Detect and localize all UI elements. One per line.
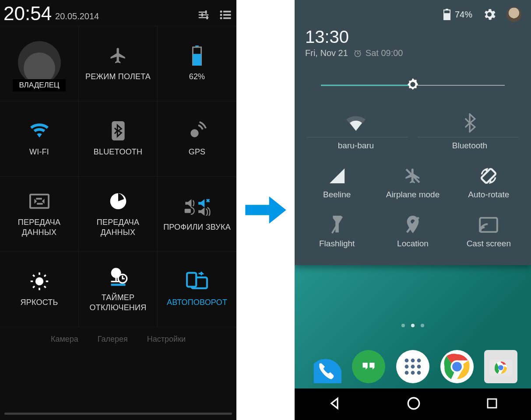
svg-rect-22 — [111, 284, 125, 286]
dock-hangouts-icon[interactable] — [352, 350, 385, 383]
qs-row-3: Flashlight Location Cast screen — [303, 208, 522, 253]
tile-autorotate[interactable]: Auto-rotate — [455, 159, 522, 204]
dock-phone-icon[interactable] — [308, 350, 341, 383]
dock — [295, 350, 531, 383]
tile-owner[interactable]: ВЛАДЕЛЕЦ — [0, 26, 79, 102]
svg-rect-2 — [206, 16, 208, 20]
user-avatar[interactable] — [506, 7, 521, 22]
notifications-list-icon[interactable] — [218, 8, 233, 23]
svg-point-39 — [417, 359, 421, 363]
panel-time: 13:30 — [305, 28, 520, 46]
tile-airplane[interactable]: РЕЖИМ ПОЛЕТА — [79, 26, 158, 102]
tile-data-transfer-label: ПЕРЕДАЧА ДАННЫХ — [18, 217, 60, 237]
quicksettings-grid: ВЛАДЕЛЕЦ РЕЖИМ ПОЛЕТА 62% WI-FI BLUETO — [0, 26, 236, 327]
nav-back-icon[interactable] — [327, 396, 342, 413]
brightness-thumb-icon[interactable] — [405, 77, 420, 94]
tile-cellular-label: Beeline — [323, 190, 351, 200]
navigation-bar — [295, 388, 531, 420]
tile-battery-label: 62% — [189, 72, 205, 82]
tile-wifi-label: baru-baru — [338, 141, 374, 150]
owner-label: ВЛАДЕЛЕЦ — [13, 79, 65, 91]
svg-rect-11 — [193, 54, 201, 66]
tile-wifi[interactable] — [303, 106, 408, 137]
tile-wifi-label: WI-FI — [29, 147, 49, 157]
tile-autorotate-label: Auto-rotate — [468, 190, 509, 200]
phone-lollipop-quicksettings: 74% 13:30 Fri, Nov 21 Sat 09:00 — [295, 0, 531, 420]
status-bar: 20:54 20.05.2014 — [0, 0, 236, 26]
svg-point-29 — [410, 82, 415, 87]
qs-row-1-labels: baru-baru Bluetooth — [303, 137, 522, 155]
nav-home-icon[interactable] — [406, 396, 421, 413]
tile-wifi[interactable]: WI-FI — [0, 102, 79, 177]
flashlight-icon — [331, 215, 344, 234]
nav-recent-icon[interactable] — [485, 397, 499, 412]
tile-bluetooth[interactable]: BLUETOOTH — [79, 102, 158, 177]
next-alarm-label: Sat 09:00 — [366, 48, 403, 58]
homescreen-faded-labels: Камера Галерея Настройки — [0, 335, 236, 344]
autorotate-icon — [186, 271, 208, 291]
tile-cellular[interactable]: Beeline — [303, 159, 370, 204]
tile-data-transfer-2-label: ПЕРЕДАЧА ДАННЫХ — [97, 217, 139, 237]
tile-gps[interactable]: GPS — [158, 102, 236, 177]
tile-autorotate-label: АВТОПОВОРОТ — [167, 298, 227, 308]
tile-sound-profiles[interactable]: ПРОФИЛИ ЗВУКА — [158, 177, 236, 252]
dock-chrome-icon[interactable] — [440, 350, 474, 383]
svg-point-40 — [405, 365, 409, 369]
svg-rect-1 — [201, 13, 203, 17]
svg-rect-27 — [444, 13, 450, 20]
airplane-icon — [109, 46, 127, 66]
status-bar: 74% — [295, 4, 531, 26]
cast-icon — [479, 215, 498, 234]
svg-rect-0 — [205, 10, 207, 14]
battery-icon — [191, 46, 203, 66]
svg-rect-14 — [30, 195, 48, 208]
svg-point-5 — [220, 14, 222, 16]
sleep-timer-icon — [108, 266, 128, 287]
svg-point-43 — [405, 371, 409, 375]
svg-rect-8 — [223, 18, 231, 19]
transition-arrow — [236, 0, 295, 420]
tile-battery[interactable]: 62% — [158, 26, 236, 102]
faded-camera-label: Камера — [51, 335, 78, 344]
tile-sleep-timer[interactable]: ТАЙМЕР ОТКЛЮЧЕНИЯ — [79, 252, 158, 327]
tile-location[interactable]: Location — [379, 208, 446, 253]
tile-data-transfer[interactable]: ПЕРЕДАЧА ДАННЫХ — [0, 177, 79, 252]
svg-point-38 — [411, 359, 415, 363]
svg-rect-19 — [115, 277, 116, 281]
svg-point-7 — [220, 17, 222, 19]
bluetooth-icon — [463, 113, 476, 133]
svg-point-45 — [417, 371, 421, 375]
brightness-icon — [30, 271, 49, 291]
signal-icon — [329, 166, 345, 186]
tile-airplane-label: Airplane mode — [386, 190, 440, 200]
tile-location-label: Location — [397, 239, 429, 248]
settings-sliders-icon[interactable] — [196, 8, 211, 23]
tile-flashlight[interactable]: Flashlight — [303, 208, 370, 253]
tile-autorotate[interactable]: АВТОПОВОРОТ — [158, 252, 236, 327]
next-alarm[interactable]: Sat 09:00 — [353, 48, 403, 58]
brightness-slider[interactable] — [321, 77, 505, 94]
tile-brightness[interactable]: ЯРКОСТЬ — [0, 252, 79, 327]
wifi-icon — [29, 121, 50, 141]
panel-drag-handle[interactable] — [4, 413, 232, 415]
panel-date: Fri, Nov 21 — [305, 48, 348, 58]
gear-icon[interactable] — [482, 7, 497, 22]
svg-rect-4 — [223, 11, 231, 13]
tile-bluetooth[interactable] — [417, 106, 522, 137]
status-battery[interactable]: 74% — [443, 9, 472, 20]
dock-camera-icon[interactable] — [484, 350, 517, 383]
phone-kitkat-quicksettings: 20:54 20.05.2014 ВЛАДЕЛЕЦ РЕЖИМ ПОЛЕТА — [0, 0, 236, 420]
location-off-icon — [406, 215, 420, 234]
tile-gps-label: GPS — [189, 147, 206, 157]
svg-rect-35 — [480, 218, 498, 232]
tile-cast[interactable]: Cast screen — [455, 208, 522, 253]
tile-bluetooth-label: Bluetooth — [452, 141, 487, 150]
svg-rect-24 — [187, 273, 196, 287]
dock-apps-icon[interactable] — [396, 350, 429, 383]
tile-airplane[interactable]: Airplane mode — [379, 159, 446, 204]
faded-settings-label: Настройки — [147, 335, 186, 344]
svg-point-44 — [411, 371, 415, 375]
tile-sound-profiles-label: ПРОФИЛИ ЗВУКА — [163, 222, 231, 232]
tile-data-transfer-2[interactable]: ПЕРЕДАЧА ДАННЫХ — [79, 177, 158, 252]
svg-point-3 — [220, 10, 222, 13]
